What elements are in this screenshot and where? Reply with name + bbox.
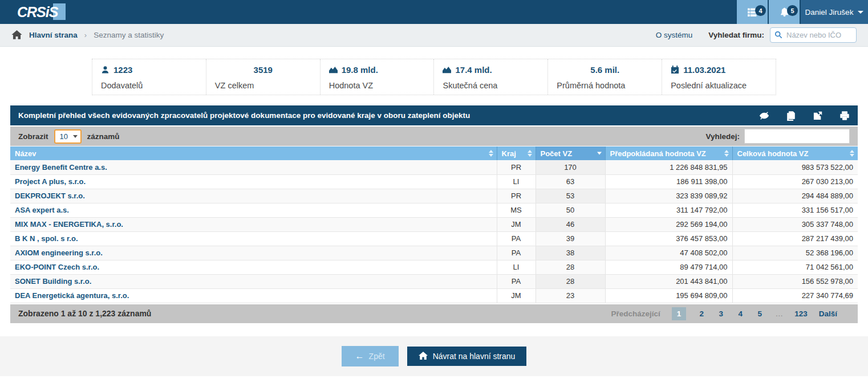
table-row: Project A plus, s.r.o.LI63186 911 398,00… — [10, 174, 858, 189]
company-link[interactable]: MIX MAX - ENERGETIKA, s.r.o. — [15, 220, 123, 229]
home-icon — [419, 352, 428, 360]
column-header-nazev[interactable]: Název — [10, 146, 497, 160]
firm-search-label: Vyhledat firmu: — [708, 31, 764, 39]
copy-button[interactable] — [786, 111, 796, 121]
export-button[interactable] — [813, 111, 823, 121]
page-length-select[interactable]: 10 — [54, 129, 82, 144]
length-label-before: Zobrazit — [18, 132, 48, 141]
user-menu[interactable]: Daniel Jirušek — [801, 0, 868, 24]
kraj-value: LI — [513, 177, 520, 186]
company-link[interactable]: SONET Building s.r.o. — [15, 277, 91, 286]
sort-icon — [850, 150, 854, 157]
celkova-hodnota-value: 156 552 978,00 — [802, 277, 853, 286]
breadcrumb-separator: › — [84, 31, 87, 39]
breadcrumb-bar: Hlavní strana › Seznamy a statistiky O s… — [0, 24, 868, 47]
hide-columns-button[interactable] — [759, 111, 769, 121]
pocet-vz-value: 46 — [566, 220, 574, 229]
user-name: Daniel Jirušek — [805, 8, 854, 17]
table-row: EKO-POINT Czech s.r.o.LI2889 479 714,007… — [10, 260, 858, 274]
company-link[interactable]: DEA Energetická agentura, s.r.o. — [15, 291, 129, 300]
predpokladana-hodnota-value: 89 479 714,00 — [680, 263, 727, 271]
company-link[interactable]: DEKPROJEKT s.r.o. — [15, 192, 85, 200]
app-logo[interactable]: CRSiS — [17, 0, 66, 24]
column-header-celkova-hodnota[interactable]: Celková hodnota VZ — [732, 146, 858, 160]
action-bar: ← Zpět Návrat na hlavní stranu — [0, 336, 868, 376]
column-header-pocet-vz[interactable]: Počet VZ — [536, 146, 605, 160]
pagination-page[interactable]: 2 — [697, 309, 705, 318]
print-button[interactable] — [839, 111, 850, 121]
panel-titlebar: Kompletní přehled všech evidovaných zpra… — [10, 105, 858, 125]
kraj-value: PA — [512, 249, 521, 257]
company-link[interactable]: EKO-POINT Czech s.r.o. — [15, 263, 99, 271]
firm-search-input[interactable] — [770, 27, 857, 43]
pagination-page[interactable]: 1 — [672, 307, 687, 320]
predpokladana-hodnota-value: 186 911 398,00 — [676, 177, 727, 186]
arrow-left-icon: ← — [355, 351, 364, 361]
share-icon — [813, 111, 823, 121]
copy-icon — [786, 111, 796, 121]
sort-icon — [489, 150, 493, 157]
celkova-hodnota-value: 294 484 889,00 — [802, 192, 853, 200]
table-row: DEA Energetická agentura, s.r.o.JM23195 … — [10, 288, 858, 303]
table-row: Energy Benefit Centre a.s.PR1701 226 848… — [10, 160, 858, 174]
length-label-after: záznamů — [87, 132, 120, 141]
company-link[interactable]: AXIOM engineering s.r.o. — [15, 249, 103, 257]
pocet-vz-value: 28 — [566, 277, 574, 286]
column-header-kraj[interactable]: Kraj — [497, 146, 536, 160]
stat-dodavatelu: 1223 Dodavatelů — [92, 59, 206, 95]
logo-text: CRSiS — [17, 4, 58, 21]
stat-posledni-aktualizace: 11.03.2021 Poslední aktualizace — [662, 59, 776, 95]
user-icon — [101, 66, 109, 74]
company-link[interactable]: Energy Benefit Centre a.s. — [15, 163, 107, 172]
filter-label: Vyhledej: — [705, 132, 740, 141]
company-link[interactable]: B K N , spol. s r.o. — [15, 234, 78, 243]
pagination-previous[interactable]: Předcházející — [611, 309, 660, 318]
pagination-page[interactable]: 5 — [756, 309, 764, 318]
table-filter-input[interactable] — [744, 129, 850, 144]
predpokladana-hodnota-value: 195 694 809,00 — [676, 291, 727, 300]
sort-icon — [528, 150, 532, 157]
celkova-hodnota-value: 52 368 196,00 — [806, 249, 853, 257]
kraj-value: PR — [511, 163, 521, 172]
pagination-page[interactable]: 4 — [736, 309, 744, 318]
stat-hodnota-vz: 19.8 mld. Hodnota VZ — [321, 59, 435, 95]
about-system-link[interactable]: O systému — [656, 31, 693, 39]
pagination-pages: 12345…123 — [672, 307, 808, 320]
home-icon[interactable] — [11, 28, 29, 42]
celkova-hodnota-value: 71 042 561,00 — [806, 263, 853, 271]
kraj-value: MS — [510, 206, 522, 214]
table-controls-bar: Zobrazit 10 záznamů Vyhledej: — [10, 127, 858, 146]
kraj-value: JM — [511, 291, 521, 300]
back-button[interactable]: ← Zpět — [342, 346, 399, 366]
celkova-hodnota-value: 227 340 774,69 — [802, 291, 853, 300]
tasks-button[interactable]: 4 — [737, 0, 768, 24]
celkova-hodnota-value: 305 337 748,00 — [802, 220, 853, 229]
pagination-ellipsis: … — [775, 309, 783, 318]
celkova-hodnota-value: 287 217 439,00 — [802, 234, 853, 243]
column-header-predpokladana-hodnota[interactable]: Předpokládaná hodnota VZ — [605, 146, 732, 160]
pocet-vz-value: 50 — [566, 206, 574, 214]
pocet-vz-value: 28 — [566, 263, 574, 271]
search-icon — [774, 31, 782, 39]
pagination-next[interactable]: Další — [819, 309, 837, 318]
pagination: Předcházející 12345…123 Další — [611, 307, 850, 320]
print-icon — [839, 111, 850, 121]
chart-area-icon — [443, 66, 451, 74]
pocet-vz-value: 39 — [566, 234, 574, 243]
notifications-button[interactable]: 5 — [769, 0, 800, 24]
panel-title: Kompletní přehled všech evidovaných zpra… — [18, 111, 470, 120]
pocet-vz-value: 38 — [566, 249, 574, 257]
chevron-down-icon — [858, 11, 863, 14]
company-link[interactable]: Project A plus, s.r.o. — [15, 177, 86, 186]
breadcrumb-current: Seznamy a statistiky — [94, 31, 164, 39]
pagination-page[interactable]: 123 — [794, 309, 808, 318]
return-home-button[interactable]: Návrat na hlavní stranu — [407, 347, 527, 366]
breadcrumb-home-link[interactable]: Hlavní strana — [29, 31, 78, 39]
kraj-value: JM — [511, 220, 521, 229]
stat-vz-celkem: 3519 VZ celkem — [206, 59, 321, 95]
kraj-value: PA — [512, 277, 521, 286]
company-link[interactable]: ASA expert a.s. — [15, 206, 69, 214]
kraj-value: PA — [512, 234, 521, 243]
pagination-page[interactable]: 3 — [717, 309, 725, 318]
table-footer-bar: Zobrazeno 1 až 10 z 1,223 záznamů Předch… — [10, 304, 858, 323]
